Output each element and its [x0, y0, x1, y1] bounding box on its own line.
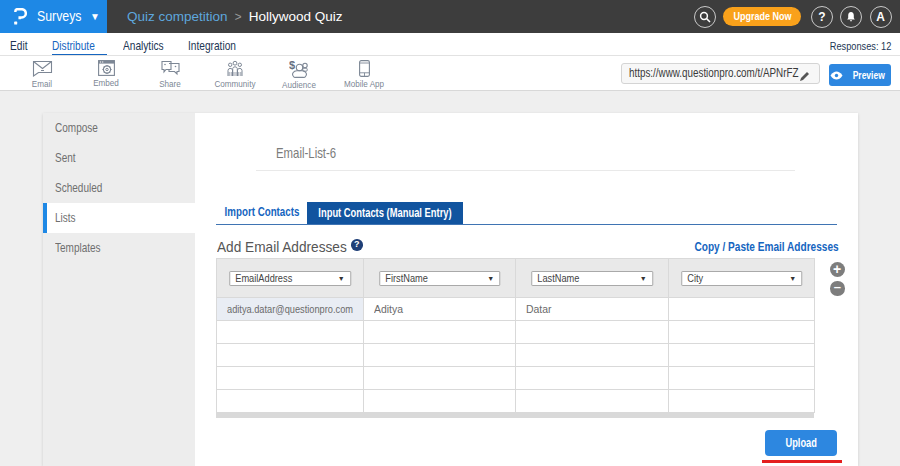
svg-text:$: $: [289, 60, 295, 71]
